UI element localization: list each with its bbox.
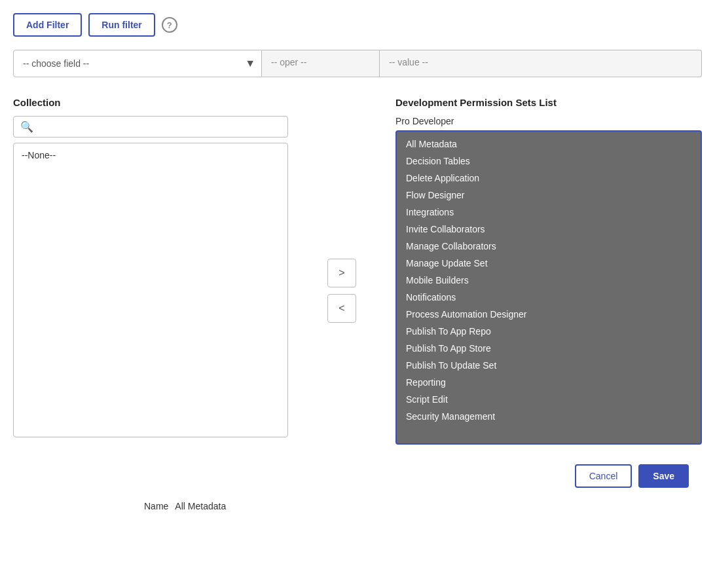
save-button[interactable]: Save <box>638 464 689 488</box>
filter-row: -- choose field -- ▼ -- oper -- -- value… <box>13 50 702 77</box>
main-content: Collection 🔍 --None-- > < Development Pe… <box>13 97 702 445</box>
permission-item[interactable]: Delete Application <box>397 170 701 187</box>
none-option[interactable]: --None-- <box>22 150 280 160</box>
permission-list[interactable]: All MetadataDecision TablesDelete Applic… <box>395 130 702 445</box>
dev-permission-panel: Development Permission Sets List Pro Dev… <box>395 97 702 445</box>
permission-item[interactable]: Invite Collaborators <box>397 221 701 238</box>
transfer-back-button[interactable]: < <box>327 294 356 323</box>
bottom-actions: Cancel Save <box>13 464 702 488</box>
permission-item[interactable]: Reporting <box>397 374 701 391</box>
permission-item[interactable]: Notifications <box>397 289 701 306</box>
collection-search-box: 🔍 <box>13 116 288 138</box>
pro-developer-label: Pro Developer <box>395 116 702 126</box>
oper-field: -- oper -- <box>262 50 380 77</box>
permission-item[interactable]: All Metadata <box>397 136 701 153</box>
transfer-forward-button[interactable]: > <box>327 259 356 287</box>
search-icon: 🔍 <box>20 120 33 133</box>
choose-field-select[interactable]: -- choose field -- <box>13 50 262 77</box>
permission-item[interactable]: Integrations <box>397 204 701 221</box>
collection-panel: Collection 🔍 --None-- <box>13 97 288 445</box>
name-value: All Metadata <box>175 501 226 511</box>
add-filter-button[interactable]: Add Filter <box>13 13 82 37</box>
permission-item[interactable]: Decision Tables <box>397 153 701 170</box>
permission-item[interactable]: Mobile Builders <box>397 272 701 289</box>
collection-list[interactable]: --None-- <box>13 143 288 437</box>
permission-item[interactable]: Publish To App Store <box>397 340 701 357</box>
bottom-name-row: Name All Metadata <box>13 501 702 511</box>
permission-item[interactable]: Flow Designer <box>397 187 701 204</box>
permission-item[interactable]: Manage Update Set <box>397 255 701 272</box>
permission-item[interactable]: Security Management <box>397 408 701 425</box>
cancel-button[interactable]: Cancel <box>575 464 632 488</box>
name-label: Name <box>144 501 168 511</box>
run-filter-button[interactable]: Run filter <box>88 13 155 37</box>
choose-field-wrapper: -- choose field -- ▼ <box>13 50 262 77</box>
transfer-buttons: > < <box>327 97 356 445</box>
collection-title: Collection <box>13 97 288 108</box>
permission-item[interactable]: Manage Collaborators <box>397 238 701 255</box>
permission-item[interactable]: Script Edit <box>397 391 701 408</box>
collection-search-input[interactable] <box>37 122 281 132</box>
top-actions-bar: Add Filter Run filter ? <box>13 13 702 37</box>
value-field: -- value -- <box>380 50 702 77</box>
permission-item[interactable]: Publish To App Repo <box>397 323 701 340</box>
permission-item[interactable]: Process Automation Designer <box>397 306 701 323</box>
help-icon[interactable]: ? <box>162 17 177 33</box>
permission-item[interactable]: Publish To Update Set <box>397 357 701 374</box>
dev-permission-title: Development Permission Sets List <box>395 97 702 108</box>
